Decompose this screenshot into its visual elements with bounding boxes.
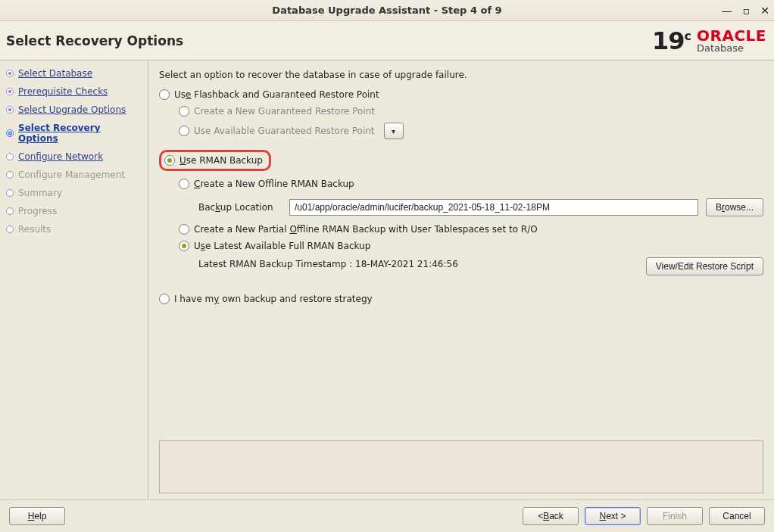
radio-icon[interactable] [159,294,170,304]
status-area [159,440,763,493]
option-label: Use Available Guaranteed Restore Point [194,126,375,136]
browse-button[interactable]: Browse... [706,198,763,216]
brand-version-suffix: c [685,29,691,43]
footer: Help < Back Next > Finish Cancel [0,500,774,532]
radio-icon[interactable] [179,179,189,189]
window-title: Database Upgrade Assistant - Step 4 of 9 [272,5,501,16]
option-label[interactable]: Use RMAN Backup [179,155,263,166]
option-flashback[interactable]: Use Flashback and Guaranteed Restore Poi… [159,89,763,100]
minimize-icon[interactable]: — [722,5,732,17]
radio-icon[interactable] [179,126,189,136]
option-label: Use Latest Available Full RMAN Backup [194,241,370,251]
step-configure-network[interactable]: Configure Network [6,151,143,162]
brand-oracle-text: ORACLE [697,28,766,43]
step-select-recovery-options[interactable]: Select Recovery Options [6,123,143,144]
intro-text: Select an option to recover the database… [159,70,763,80]
backup-location-label: Backup Location [198,202,282,213]
option-rman-partial[interactable]: Create a New Partial Offline RMAN Backup… [179,224,763,235]
step-bullet-icon [6,70,14,77]
step-bullet-icon [6,189,14,197]
brand-database-text: Database [697,43,744,53]
backup-location-row: Backup Location Browse... [198,198,763,216]
step-bullet-icon [6,207,14,215]
step-label[interactable]: Select Upgrade Options [18,104,126,115]
page-title: Select Recovery Options [6,33,183,48]
step-bullet-icon [6,226,14,233]
option-label: Create a New Offline RMAN Backup [194,179,354,189]
radio-icon[interactable] [159,89,170,100]
step-label: Results [18,224,51,235]
step-select-upgrade-options[interactable]: Select Upgrade Options [6,104,143,115]
step-label: Progress [18,206,57,216]
step-select-database[interactable]: Select Database [6,68,143,79]
restore-point-dropdown[interactable] [384,123,404,139]
next-button[interactable]: Next > [585,507,641,525]
brand-logo: 19c ORACLE Database [652,26,766,55]
step-prerequisite-checks[interactable]: Prerequisite Checks [6,86,143,97]
radio-icon[interactable] [179,224,189,235]
option-label: Create a New Guaranteed Restore Point [194,106,375,117]
step-configure-management: Configure Management [6,170,143,180]
option-rman-highlight: Use RMAN Backup [159,150,271,171]
option-label: Use Flashback and Guaranteed Restore Poi… [174,89,379,100]
step-label[interactable]: Select Database [18,68,92,79]
step-label: Summary [18,188,62,198]
brand-version: 19 [652,26,685,55]
step-label: Configure Management [18,170,125,180]
step-bullet-icon [6,129,14,137]
back-button[interactable]: < Back [523,507,579,525]
radio-icon[interactable] [164,155,175,166]
step-summary: Summary [6,188,143,198]
step-label[interactable]: Select Recovery Options [18,123,143,144]
help-button[interactable]: Help [9,507,65,525]
option-flashback-available[interactable]: Use Available Guaranteed Restore Point [179,123,763,139]
view-edit-restore-script-button[interactable]: View/Edit Restore Script [646,257,763,275]
wizard-sidebar: Select Database Prerequisite Checks Sele… [0,61,148,499]
step-progress: Progress [6,206,143,216]
step-bullet-icon [6,171,14,179]
titlebar: Database Upgrade Assistant - Step 4 of 9… [0,0,774,21]
cancel-button[interactable]: Cancel [709,507,765,525]
option-label: I have my own backup and restore strateg… [174,294,373,304]
header: Select Recovery Options 19c ORACLE Datab… [0,21,774,61]
main-panel: Select an option to recover the database… [148,61,774,499]
backup-location-input[interactable] [289,199,698,216]
step-bullet-icon [6,88,14,95]
option-rman-new-offline[interactable]: Create a New Offline RMAN Backup [179,179,763,189]
step-label[interactable]: Configure Network [18,151,103,162]
option-label: Create a New Partial Offline RMAN Backup… [194,224,538,235]
radio-icon[interactable] [179,241,189,251]
finish-button: Finish [647,507,703,525]
step-bullet-icon [6,106,14,114]
option-own-backup[interactable]: I have my own backup and restore strateg… [159,294,763,304]
close-icon[interactable]: ✕ [760,5,769,17]
step-results: Results [6,224,143,235]
maximize-icon[interactable]: ▫ [743,5,751,17]
option-flashback-new[interactable]: Create a New Guaranteed Restore Point [179,106,763,117]
step-label[interactable]: Prerequisite Checks [18,86,108,97]
radio-icon[interactable] [179,106,189,117]
step-bullet-icon [6,153,14,160]
option-rman-latest[interactable]: Use Latest Available Full RMAN Backup [179,241,763,251]
